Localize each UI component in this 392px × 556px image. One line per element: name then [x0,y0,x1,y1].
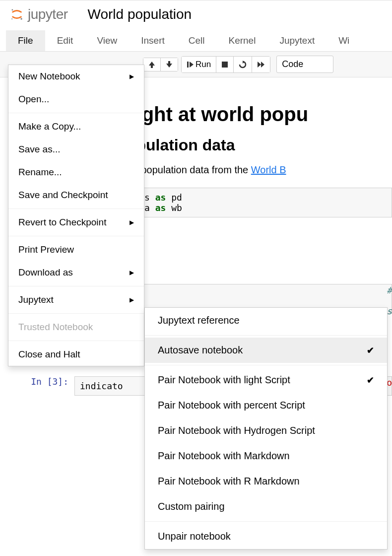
menu-separator [8,208,144,209]
menu-separator [8,113,144,113]
menu-item-label: Jupytext reference [158,315,240,326]
menu-item-label: Print Preview [18,244,74,255]
file-menu-item: Trusted Notebook [8,316,144,339]
file-menu-item[interactable]: New Notebook▶ [8,65,144,88]
header: jupyter World population [0,0,392,30]
jupytext-menu-item[interactable]: Pair Notebook with R Markdown [145,469,387,494]
jupyter-logo[interactable]: jupyter [10,6,68,22]
svg-rect-3 [187,62,189,68]
menu-item-label: Trusted Notebook [18,322,93,333]
menu-item-label: Open... [18,94,49,105]
fast-forward-icon [257,61,265,68]
menu-edit[interactable]: Edit [45,30,85,51]
file-menu-item[interactable]: Close and Halt [8,343,144,366]
notebook-name[interactable]: World population [88,6,192,22]
jupyter-icon [10,7,24,21]
menu-separator [145,335,387,336]
menu-item-label: Close and Halt [18,349,80,360]
menu-item-label: Custom pairing [158,501,225,512]
menu-item-label: Pair Notebook with percent Script [158,400,305,411]
file-menu-item[interactable]: Open... [8,88,144,111]
run-button[interactable]: Run [182,57,216,72]
menu-insert[interactable]: Insert [129,30,177,51]
menu-separator [8,236,144,236]
file-menu-item[interactable]: Jupytext▶ [8,288,144,311]
stop-icon [221,61,228,68]
menu-item-label: Save and Checkpoint [18,190,108,201]
menu-item-label: Download as [18,267,73,278]
jupytext-menu-item[interactable]: Unpair notebook [145,524,387,549]
menu-widgets[interactable]: Wi [327,30,361,51]
svg-point-0 [12,9,13,11]
submenu-arrow-icon: ▶ [130,269,134,276]
jupytext-menu-item[interactable]: Pair Notebook with Hydrogen Script [145,418,387,443]
file-menu-item[interactable]: Print Preview [8,238,144,261]
jupytext-submenu: Jupytext referenceAutosave notebook✔Pair… [144,307,388,550]
menu-item-label: Unpair notebook [158,531,231,542]
menu-separator [145,521,387,522]
menu-item-label: Save as... [18,144,61,155]
menu-separator [8,286,144,286]
menu-separator [145,365,387,365]
restart-icon [239,61,247,69]
run-label: Run [196,60,211,70]
svg-point-2 [11,18,12,19]
move-down-button[interactable] [161,58,178,71]
file-menu-item[interactable]: Save as... [8,138,144,161]
interrupt-button[interactable] [216,57,234,72]
world-bank-link[interactable]: World B [251,164,286,175]
menu-jupytext[interactable]: Jupytext [267,30,327,51]
arrow-up-icon [148,61,155,68]
menu-separator [8,341,144,341]
menu-item-label: Pair Notebook with R Markdown [158,476,300,487]
file-menu-item[interactable]: Make a Copy... [8,115,144,138]
check-icon: ✔ [367,345,374,356]
jupytext-menu-item[interactable]: Autosave notebook✔ [145,338,387,363]
arrow-down-icon [166,61,173,68]
submenu-arrow-icon: ▶ [130,73,134,80]
menu-file[interactable]: File [6,30,45,51]
jupytext-menu-item[interactable]: Pair Notebook with light Script✔ [145,367,387,393]
menu-item-label: Jupytext [18,294,54,305]
file-menu-item[interactable]: Download as▶ [8,261,144,284]
svg-rect-4 [222,62,228,68]
run-icon [187,61,194,68]
code-comment-right: # [387,285,392,295]
menu-item-label: New Notebook [18,71,80,82]
file-menu-dropdown: New Notebook▶Open...Make a Copy...Save a… [8,65,144,366]
menu-kernel[interactable]: Kernel [216,30,267,51]
restart-button[interactable] [234,57,252,72]
prompt-in-3: In [3]: [0,376,74,396]
submenu-arrow-icon: ▶ [130,296,134,303]
menu-cell[interactable]: Cell [177,30,217,51]
menu-item-label: Pair Notebook with light Script [158,374,290,386]
submenu-arrow-icon: ▶ [130,219,134,226]
jupytext-menu-item[interactable]: Jupytext reference [145,308,387,333]
menu-item-label: Pair Notebook with Markdown [158,450,290,462]
menu-item-label: Autosave notebook [158,345,243,356]
jupytext-menu-item[interactable]: Pair Notebook with Markdown [145,443,387,469]
menubar: File Edit View Insert Cell Kernel Jupyte… [0,30,392,52]
move-up-button[interactable] [143,58,161,71]
file-menu-item[interactable]: Revert to Checkpoint▶ [8,211,144,234]
menu-item-label: Revert to Checkpoint [18,217,106,228]
menu-separator [8,313,144,314]
logo-text: jupyter [28,6,68,22]
restart-run-all-button[interactable] [252,57,270,72]
menu-item-label: Rename... [18,167,62,178]
svg-point-1 [20,18,22,20]
jupytext-menu-item[interactable]: Custom pairing [145,494,387,519]
menu-item-label: Pair Notebook with Hydrogen Script [158,425,315,436]
file-menu-item[interactable]: Rename... [8,161,144,184]
jupytext-menu-item[interactable]: Pair Notebook with percent Script [145,393,387,418]
file-menu-item[interactable]: Save and Checkpoint [8,184,144,207]
check-icon: ✔ [367,375,374,386]
cell-type-select[interactable]: Code [276,56,333,73]
menu-view[interactable]: View [85,30,129,51]
menu-item-label: Make a Copy... [18,121,81,132]
